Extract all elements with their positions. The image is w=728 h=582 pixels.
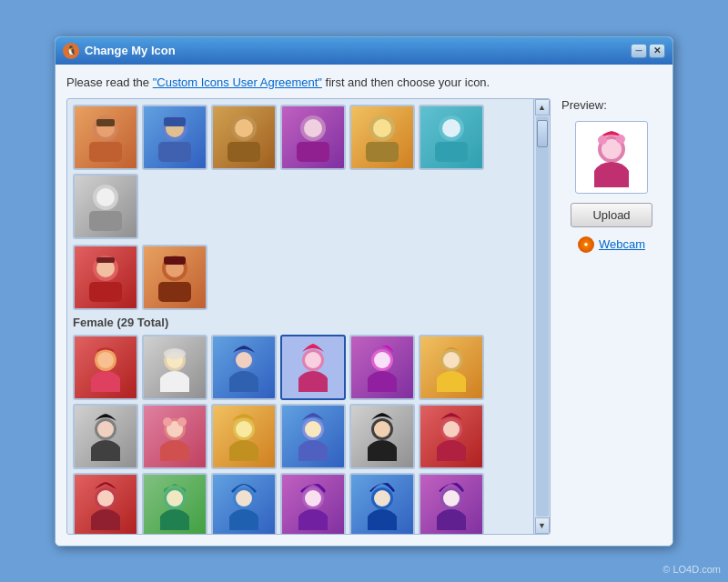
- webcam-row[interactable]: ● Webcam: [578, 236, 645, 253]
- svg-point-53: [305, 421, 321, 437]
- svg-point-32: [97, 352, 114, 368]
- webcam-icon: ●: [578, 236, 594, 253]
- app-icon: 🐧: [63, 43, 79, 59]
- icon-cell[interactable]: [142, 245, 207, 310]
- svg-rect-28: [158, 282, 191, 302]
- svg-point-67: [374, 490, 390, 507]
- svg-point-69: [443, 490, 460, 507]
- svg-point-43: [443, 352, 460, 368]
- svg-rect-12: [297, 142, 329, 162]
- scrollbar: ▲ ▼: [533, 99, 550, 534]
- close-button[interactable]: ✕: [649, 44, 665, 58]
- icon-cell[interactable]: [73, 174, 138, 239]
- svg-point-55: [374, 421, 390, 437]
- icon-cell[interactable]: [142, 105, 207, 170]
- svg-point-45: [97, 421, 114, 437]
- icon-cell[interactable]: [73, 473, 138, 534]
- svg-rect-5: [158, 142, 191, 162]
- svg-point-49: [177, 417, 187, 426]
- svg-rect-24: [89, 282, 122, 302]
- icon-cell[interactable]: [211, 105, 277, 170]
- svg-rect-3: [96, 119, 115, 126]
- svg-point-51: [236, 421, 252, 437]
- svg-rect-18: [435, 142, 468, 162]
- watermark: © LO4D.com: [662, 564, 721, 575]
- svg-point-57: [443, 421, 460, 437]
- icon-cell[interactable]: [142, 335, 207, 400]
- icon-cell[interactable]: [419, 404, 484, 469]
- svg-rect-15: [366, 142, 399, 162]
- icon-cell[interactable]: [142, 404, 207, 469]
- icon-cell[interactable]: [73, 245, 138, 310]
- svg-rect-7: [164, 117, 186, 126]
- minimize-button[interactable]: ─: [631, 44, 647, 58]
- female-icon-grid: [73, 335, 530, 534]
- svg-point-100: [616, 135, 625, 144]
- content-area: Female (29 Total): [66, 98, 662, 535]
- svg-point-13: [304, 119, 322, 137]
- icon-cell[interactable]: [280, 404, 346, 469]
- icon-cell[interactable]: [280, 105, 346, 170]
- icon-cell[interactable]: [349, 335, 415, 400]
- icon-cell[interactable]: [349, 404, 415, 469]
- top-icon-grid: [73, 105, 530, 239]
- icon-cell[interactable]: [211, 404, 277, 469]
- svg-point-19: [442, 119, 460, 137]
- svg-rect-30: [164, 256, 186, 265]
- svg-point-63: [236, 490, 252, 507]
- user-agreement-link[interactable]: "Custom Icons User Agreement": [153, 75, 322, 89]
- main-window: 🐧 Change My Icon ─ ✕ Please read the "Cu…: [55, 36, 673, 547]
- svg-point-16: [373, 119, 391, 137]
- icon-cell[interactable]: [211, 335, 277, 400]
- icon-cell[interactable]: [73, 404, 138, 469]
- svg-point-35: [164, 348, 186, 359]
- scroll-up-button[interactable]: ▲: [535, 99, 550, 115]
- icon-cell[interactable]: [211, 473, 277, 534]
- female-section-label: Female (29 Total): [73, 316, 530, 329]
- icon-cell[interactable]: [73, 105, 138, 170]
- title-bar: 🐧 Change My Icon ─ ✕: [56, 37, 672, 65]
- scroll-thumb[interactable]: [537, 120, 548, 147]
- icon-cell[interactable]: [349, 473, 415, 534]
- second-icon-grid: [73, 245, 530, 310]
- svg-point-99: [598, 135, 607, 145]
- icon-cell[interactable]: [280, 335, 346, 400]
- title-controls: ─ ✕: [631, 44, 665, 58]
- icon-cell[interactable]: [419, 105, 484, 170]
- preview-label: Preview:: [561, 98, 607, 112]
- icon-cell[interactable]: [349, 105, 415, 170]
- icon-cell[interactable]: [73, 335, 138, 400]
- icon-panel: Female (29 Total): [66, 98, 551, 535]
- window-title: Change My Icon: [85, 44, 176, 57]
- scroll-track: [536, 116, 549, 517]
- svg-point-59: [97, 490, 114, 507]
- svg-point-41: [374, 352, 390, 368]
- instruction-text: Please read the "Custom Icons User Agree…: [66, 75, 662, 89]
- webcam-label[interactable]: Webcam: [599, 237, 645, 251]
- svg-point-65: [305, 490, 321, 507]
- svg-point-61: [167, 490, 183, 507]
- svg-rect-1: [89, 142, 122, 162]
- svg-rect-9: [228, 142, 260, 162]
- icon-cell[interactable]: [419, 335, 484, 400]
- svg-rect-21: [89, 211, 122, 231]
- svg-rect-26: [96, 257, 115, 263]
- window-body: Please read the "Custom Icons User Agree…: [56, 65, 672, 546]
- svg-point-39: [305, 352, 321, 368]
- title-bar-left: 🐧 Change My Icon: [63, 43, 176, 59]
- icon-cell[interactable]: [142, 473, 207, 534]
- icon-cell[interactable]: [419, 473, 484, 534]
- preview-box: [575, 121, 648, 194]
- upload-button[interactable]: Upload: [571, 203, 652, 227]
- scroll-down-button[interactable]: ▼: [535, 517, 550, 534]
- icon-cell[interactable]: [280, 473, 346, 534]
- svg-point-10: [235, 119, 253, 137]
- svg-point-22: [96, 188, 115, 206]
- svg-point-48: [163, 417, 172, 426]
- icon-scroll-area[interactable]: Female (29 Total): [67, 99, 550, 534]
- svg-point-37: [236, 352, 252, 368]
- side-panel: Preview: Upload ● Webcam: [561, 98, 662, 535]
